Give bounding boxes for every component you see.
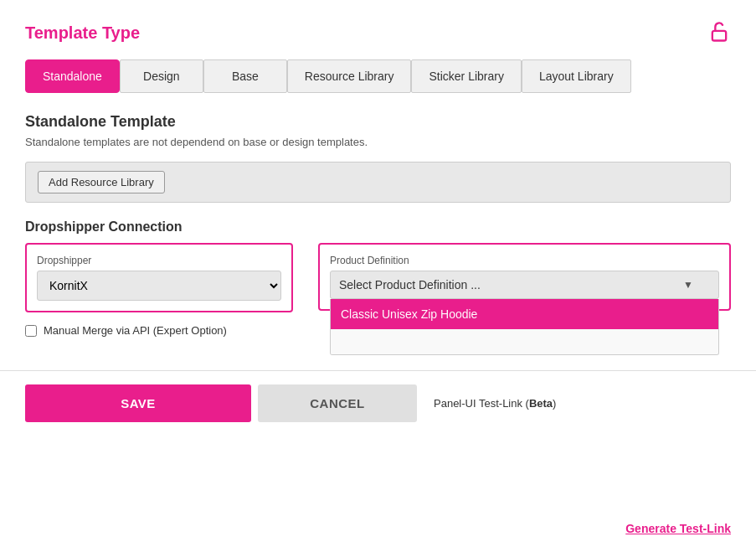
dropshipper-label: Dropshipper: [37, 255, 281, 266]
resource-library-bar: Add Resource Library: [25, 162, 731, 203]
template-type-header: Template Type: [25, 20, 731, 46]
product-definition-label: Product Definition: [330, 255, 719, 266]
generate-test-link[interactable]: Generate Test-Link: [625, 522, 731, 535]
dropshipper-section-title: Dropshipper Connection: [25, 219, 731, 235]
product-option-empty: [331, 329, 718, 354]
panel-ui-test-link[interactable]: Panel-UI Test-Link (Beta): [434, 397, 556, 410]
dropshipper-select[interactable]: KornitX: [37, 271, 281, 301]
standalone-section-title: Standalone Template: [25, 113, 731, 131]
beta-label: Beta: [529, 397, 553, 410]
product-definition-column: Product Definition Select Product Defini…: [318, 243, 731, 311]
tab-sticker-library[interactable]: Sticker Library: [411, 59, 521, 93]
tab-standalone[interactable]: Standalone: [25, 59, 120, 93]
product-definition-dropdown: Classic Unisex Zip Hoodie: [330, 299, 719, 355]
tab-resource-library[interactable]: Resource Library: [287, 59, 412, 93]
content-area: Template Type Standalone Design Base Res…: [0, 0, 756, 353]
add-resource-library-button[interactable]: Add Resource Library: [38, 171, 165, 193]
manual-merge-label: Manual Merge via API (Expert Option): [44, 324, 227, 337]
tab-group: Standalone Design Base Resource Library …: [25, 59, 731, 93]
main-container: Template Type Standalone Design Base Res…: [0, 0, 756, 552]
page-title: Template Type: [25, 23, 140, 43]
footer-area: SAVE CANCEL Panel-UI Test-Link (Beta): [0, 371, 756, 436]
product-definition-container: Select Product Definition ... ▼ Classic …: [330, 271, 719, 299]
connections-row: Dropshipper KornitX Product Definition S…: [25, 243, 731, 312]
dropshipper-column: Dropshipper KornitX: [25, 243, 293, 312]
save-button[interactable]: SAVE: [25, 384, 251, 422]
cancel-button[interactable]: CANCEL: [258, 384, 417, 422]
lock-icon: [707, 20, 731, 46]
product-definition-select[interactable]: Select Product Definition ... ▼: [330, 271, 719, 299]
svg-rect-0: [712, 31, 726, 41]
product-option-hoodie[interactable]: Classic Unisex Zip Hoodie: [331, 299, 718, 329]
tab-design[interactable]: Design: [120, 59, 203, 93]
tab-layout-library[interactable]: Layout Library: [522, 59, 631, 93]
chevron-down-icon: ▼: [683, 279, 693, 291]
product-definition-placeholder: Select Product Definition ...: [339, 278, 481, 291]
standalone-description: Standalone templates are not dependend o…: [25, 136, 731, 148]
tab-base[interactable]: Base: [203, 59, 287, 93]
manual-merge-checkbox[interactable]: [25, 325, 37, 337]
